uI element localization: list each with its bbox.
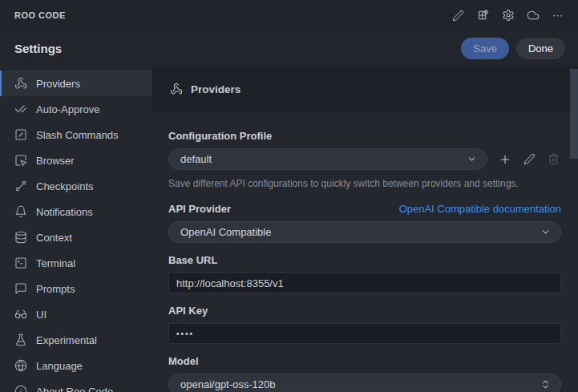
panel-title: Providers [191, 83, 240, 95]
sidebar-item-label: Slash Commands [36, 129, 119, 141]
scrollbar[interactable] [570, 66, 578, 392]
sidebar-item-slash-commands[interactable]: Slash Commands [0, 122, 152, 148]
sidebar-item-label: Browser [36, 155, 75, 167]
sidebar-item-label: Context [36, 232, 72, 244]
titlebar: ROO CODE [0, 0, 578, 30]
sidebar-item-label: Providers [36, 78, 80, 90]
rename-profile-icon[interactable] [522, 152, 536, 167]
chevron-down-icon [540, 227, 551, 237]
sidebar-item-label: Language [36, 360, 83, 372]
api-provider-select[interactable]: OpenAI Compatible [168, 221, 561, 243]
model-section: Model openai/gpt-oss-120b [168, 355, 561, 392]
info-icon [14, 385, 27, 392]
chevron-down-icon [467, 154, 477, 164]
webhook-icon [14, 77, 27, 90]
sidebar-item-label: Prompts [36, 283, 75, 295]
api-provider-label-row: API Provider OpenAI Compatible documenta… [168, 203, 561, 215]
sidebar-item-providers[interactable]: Providers [0, 71, 152, 96]
settings-body: Providers Auto-Approve Slash Commands Br… [0, 66, 578, 392]
globe-icon [14, 359, 27, 372]
message-square-icon [14, 282, 27, 295]
model-label: Model [168, 355, 561, 367]
sidebar-item-label: Terminal [36, 257, 75, 269]
edit-icon[interactable] [449, 6, 467, 25]
settings-gear-icon[interactable] [499, 6, 517, 25]
panel-body: Configuration Profile default [152, 112, 578, 392]
api-key-section: API Key [168, 305, 561, 344]
webhook-icon [170, 83, 183, 95]
sidebar-item-browser[interactable]: Browser [0, 148, 152, 173]
flask-icon [14, 333, 27, 346]
settings-sidebar: Providers Auto-Approve Slash Commands Br… [0, 66, 152, 392]
bell-icon [14, 205, 27, 218]
check-check-icon [14, 103, 27, 115]
sidebar-item-experimental[interactable]: Experimental [0, 327, 152, 353]
save-button[interactable]: Save [461, 38, 509, 59]
add-profile-icon[interactable] [498, 152, 512, 167]
database-icon [14, 231, 27, 244]
api-provider-label: API Provider [168, 203, 231, 215]
panel-header: Providers [152, 66, 578, 112]
glasses-icon [14, 308, 27, 321]
terminal-icon [14, 257, 27, 269]
sidebar-item-label: Auto-Approve [36, 103, 100, 115]
configuration-profile-row: default [168, 148, 561, 170]
providers-panel: Providers Configuration Profile default [152, 66, 578, 392]
openai-compatible-documentation-link[interactable]: OpenAI Compatible documentation [399, 203, 561, 215]
cloud-icon[interactable] [523, 6, 542, 25]
header-actions: Save Done [461, 38, 565, 59]
delete-profile-icon[interactable] [546, 152, 560, 167]
marketplace-icon[interactable] [474, 6, 492, 25]
browser-pointer-icon [14, 154, 27, 167]
scrollbar-thumb[interactable] [570, 69, 578, 159]
api-key-input[interactable] [168, 323, 561, 344]
sidebar-item-label: About Roo Code [36, 386, 113, 392]
sidebar-item-ui[interactable]: UI [0, 301, 152, 327]
chevrons-up-down-icon [540, 379, 551, 390]
sidebar-item-label: UI [36, 309, 46, 321]
titlebar-icons [449, 6, 567, 25]
settings-header: Settings Save Done [0, 30, 578, 66]
more-actions-icon[interactable] [548, 6, 567, 25]
configuration-profile-select[interactable]: default [168, 148, 487, 170]
done-button[interactable]: Done [516, 38, 565, 59]
git-branch-icon [14, 180, 27, 192]
sidebar-item-label: Notifications [36, 206, 93, 218]
sidebar-item-auto-approve[interactable]: Auto-Approve [0, 96, 152, 122]
sidebar-item-label: Checkpoints [36, 180, 94, 192]
sidebar-item-notifications[interactable]: Notifications [0, 199, 152, 224]
sidebar-item-about[interactable]: About Roo Code [0, 378, 152, 392]
extension-title: ROO CODE [14, 10, 66, 20]
api-key-label: API Key [168, 305, 561, 317]
model-value: openai/gpt-oss-120b [180, 378, 276, 390]
profile-action-icons [498, 152, 560, 167]
api-provider-value: OpenAI Compatible [180, 226, 271, 238]
page-title: Settings [14, 42, 62, 55]
configuration-profile-help: Save different API configurations to qui… [168, 178, 561, 189]
roo-code-settings-window: ROO CODE Settings Save Done [0, 0, 578, 392]
configuration-profile-label: Configuration Profile [168, 130, 561, 142]
sidebar-item-label: Experimental [36, 334, 97, 346]
model-select[interactable]: openai/gpt-oss-120b [168, 374, 561, 392]
base-url-input[interactable] [168, 273, 561, 293]
sidebar-item-terminal[interactable]: Terminal [0, 250, 152, 276]
sidebar-item-prompts[interactable]: Prompts [0, 276, 152, 301]
sidebar-item-checkpoints[interactable]: Checkpoints [0, 173, 152, 199]
base-url-label: Base URL [168, 254, 561, 266]
sidebar-item-context[interactable]: Context [0, 224, 152, 250]
base-url-section: Base URL [168, 254, 561, 293]
sidebar-item-language[interactable]: Language [0, 353, 152, 378]
configuration-profile-value: default [180, 153, 212, 165]
square-slash-icon [14, 128, 27, 141]
